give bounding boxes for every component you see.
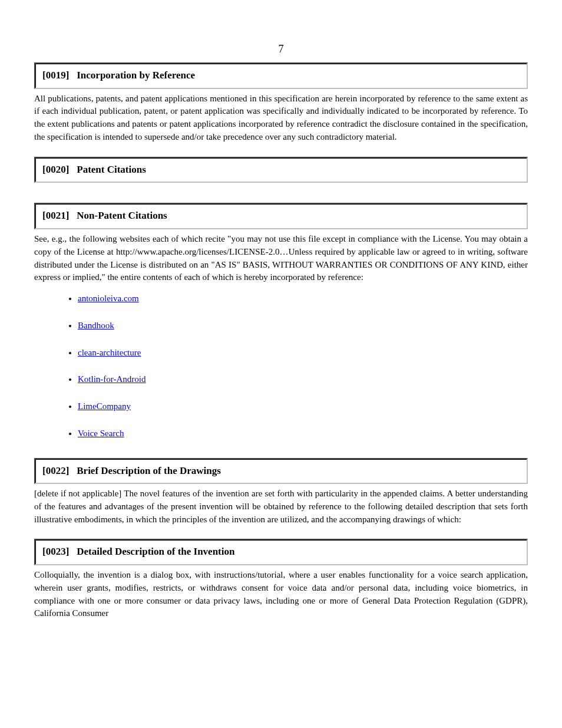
para-incorporation: All publications, patents, and patent ap… xyxy=(34,93,528,144)
section-heading-drawings: [0022] Brief Description of the Drawings xyxy=(34,458,528,485)
section-title: Patent Citations xyxy=(77,164,146,175)
citation-link-clean-architecture[interactable]: clean-architecture xyxy=(78,348,141,357)
citation-link-antonioleiva[interactable]: antonioleiva.com xyxy=(78,294,139,303)
section-title: Brief Description of the Drawings xyxy=(77,465,221,476)
section-title: Non-Patent Citations xyxy=(77,210,167,221)
citation-link-voice-search[interactable]: Voice Search xyxy=(78,429,124,438)
list-item: clean-architecture xyxy=(78,347,528,360)
list-item: Kotlin-for-Android xyxy=(78,373,528,386)
citation-link-limecompany[interactable]: LimeCompany xyxy=(78,401,131,411)
section-heading-detailed-description: [0023] Detailed Description of the Inven… xyxy=(34,539,528,565)
list-item: LimeCompany xyxy=(78,400,528,413)
section-title: Detailed Description of the Invention xyxy=(77,546,234,557)
ref-number: [0020] xyxy=(42,163,74,177)
para-detailed-description: Colloquially, the invention is a dialog … xyxy=(34,569,528,620)
citation-link-list: antonioleiva.com Bandhook clean-architec… xyxy=(34,292,528,440)
section-heading-nonpatent-citations: [0021] Non-Patent Citations xyxy=(34,203,528,229)
para-drawings: [delete if not applicable] The novel fea… xyxy=(34,487,528,526)
section-heading-patent-citations: [0020] Patent Citations xyxy=(34,157,528,183)
ref-number: [0019] xyxy=(42,68,74,83)
list-item: Voice Search xyxy=(78,427,528,440)
ref-number: [0021] xyxy=(42,209,74,223)
list-item: antonioleiva.com xyxy=(78,292,528,305)
page-number: 7 xyxy=(34,41,528,57)
citation-link-bandhook[interactable]: Bandhook xyxy=(78,321,114,330)
para-nonpatent: See, e.g., the following websites each o… xyxy=(34,233,528,284)
list-item: Bandhook xyxy=(78,319,528,332)
section-heading-incorporation: [0019] Incorporation by Reference xyxy=(34,62,528,89)
ref-number: [0022] xyxy=(42,464,74,479)
section-title: Incorporation by Reference xyxy=(77,70,195,81)
ref-number: [0023] xyxy=(42,545,74,559)
citation-link-kotlin-android[interactable]: Kotlin-for-Android xyxy=(78,374,146,384)
